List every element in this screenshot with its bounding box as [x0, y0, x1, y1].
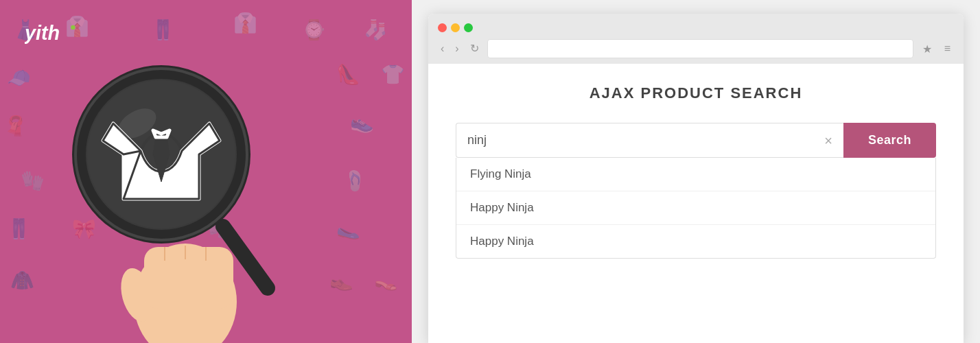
icon-heel: 👠: [336, 65, 360, 84]
search-dropdown: Flying Ninja Happy Ninja Happy Ninja: [456, 158, 936, 259]
clear-button[interactable]: ×: [813, 134, 843, 147]
dropdown-item[interactable]: Happy Ninja: [456, 191, 935, 225]
minimize-dot[interactable]: [451, 23, 460, 32]
svg-point-1: [71, 25, 75, 29]
icon-watch: ⌚: [302, 21, 326, 40]
icon-beanie: 🧣: [3, 117, 27, 136]
svg-text:yith: yith: [25, 22, 60, 44]
magnifier-illustration: [41, 41, 329, 343]
maximize-dot[interactable]: [464, 23, 473, 32]
icon-tshirt: 👕: [381, 65, 405, 84]
icon-slipper: 🥿: [336, 220, 360, 239]
close-dot[interactable]: [438, 23, 447, 32]
icon-pants2: 👖: [7, 220, 31, 239]
browser-toolbar: ‹ › ↻ ★ ≡: [438, 39, 954, 64]
bookmark-button[interactable]: ★: [919, 41, 935, 57]
search-row: × Search: [456, 123, 936, 158]
menu-button[interactable]: ≡: [941, 41, 954, 56]
address-bar[interactable]: [487, 39, 913, 58]
icon-shoe: 👟: [350, 113, 374, 132]
left-panel: 👗 👔 👖 👔 ⌚ 🧦 🧢 👠 👕 🧣 👟 🧤 ⭐ 🩴 👖 🎀 🦶 🧤 🥿 🧥 …: [0, 0, 412, 343]
icon-pants: 👖: [151, 21, 175, 40]
page-title: AJAX PRODUCT SEARCH: [456, 84, 936, 102]
icon-sandal: 👡: [374, 271, 398, 290]
yith-logo: yith: [25, 19, 80, 49]
browser-window: ‹ › ↻ ★ ≡ AJAX PRODUCT SEARCH × Search F…: [428, 14, 964, 343]
right-panel: ‹ › ↻ ★ ≡ AJAX PRODUCT SEARCH × Search F…: [412, 0, 980, 343]
forward-button[interactable]: ›: [452, 42, 461, 56]
icon-shoe2: 👞: [329, 271, 353, 290]
search-input[interactable]: [456, 123, 813, 157]
dropdown-item[interactable]: Happy Ninja: [456, 225, 935, 258]
browser-dots: [438, 21, 954, 34]
search-input-wrap: ×: [456, 123, 843, 158]
browser-chrome: ‹ › ↻ ★ ≡: [428, 14, 964, 64]
back-button[interactable]: ‹: [438, 42, 447, 56]
refresh-button[interactable]: ↻: [467, 42, 482, 56]
svg-rect-4: [144, 247, 233, 309]
dropdown-item[interactable]: Flying Ninja: [456, 158, 935, 191]
icon-sock: 🧦: [364, 21, 388, 40]
browser-content: AJAX PRODUCT SEARCH × Search Flying Ninj…: [428, 64, 964, 343]
icon-hat: 🧢: [7, 69, 31, 88]
icon-flip: 🩴: [343, 172, 367, 191]
icon-tie: 👔: [233, 14, 257, 33]
icon-coat: 🧥: [10, 271, 34, 290]
search-button[interactable]: Search: [843, 123, 936, 158]
